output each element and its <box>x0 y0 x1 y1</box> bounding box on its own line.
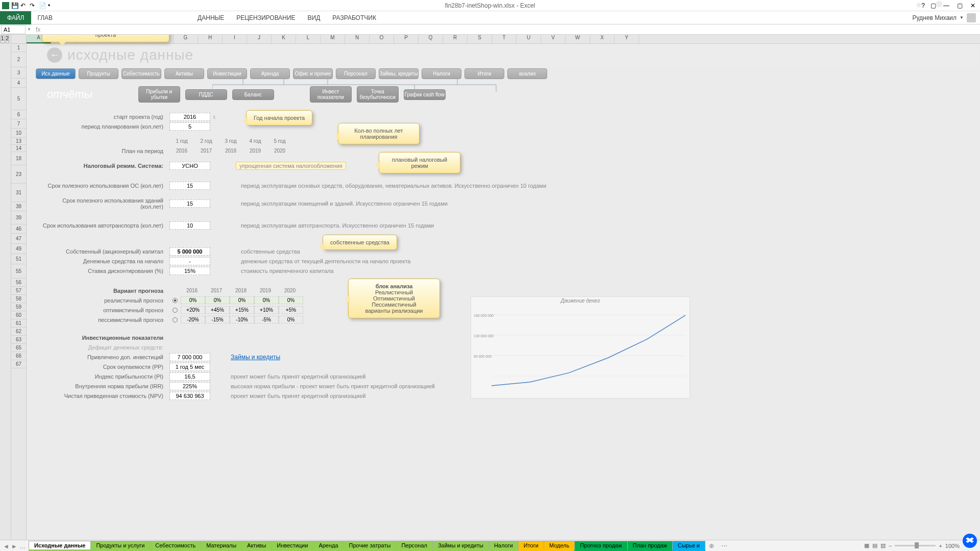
name-box[interactable]: A1 <box>1 25 26 34</box>
nav-btn-7[interactable]: Персонал <box>336 68 376 79</box>
row-hdr-57[interactable]: 57 <box>11 287 26 295</box>
report-btn-balance[interactable]: Баланс <box>232 89 274 100</box>
col-hdr-M[interactable]: M <box>321 35 345 43</box>
view-normal-icon[interactable]: ▦ <box>864 542 869 549</box>
zoom-level[interactable]: 100% <box>945 543 960 549</box>
row-hdr-5[interactable]: 5 <box>11 88 26 110</box>
report-btn-pdds[interactable]: ПДДС <box>185 89 227 100</box>
sheet-tab[interactable]: Прогноз продаж <box>574 541 627 551</box>
radio-optimistic[interactable] <box>173 308 178 313</box>
sheet-tab[interactable]: План продаж <box>627 541 673 551</box>
col-hdr-W[interactable]: W <box>566 35 590 43</box>
row-hdr-61[interactable]: 61 <box>11 319 26 328</box>
input-discount[interactable]: 15% <box>169 267 210 275</box>
view-layout-icon[interactable]: ▤ <box>872 542 877 549</box>
report-btn-invest[interactable]: Инвест показатели <box>310 86 352 103</box>
ribbon-tab-home[interactable]: ГЛАВ <box>31 12 59 24</box>
outline-level-1[interactable]: 1 <box>1 35 5 43</box>
sheet-tab[interactable]: Итоги <box>518 541 544 551</box>
row-hdr-7[interactable]: 7 <box>11 119 26 129</box>
sheet-tab[interactable]: Инвестиции <box>271 541 313 551</box>
row-hdr-3[interactable]: 3 <box>11 67 26 79</box>
sheet-tab[interactable]: Активы <box>241 541 272 551</box>
nav-btn-2[interactable]: Себестоимость <box>121 68 161 79</box>
input-capital[interactable]: 5 000 000 <box>169 247 210 256</box>
nav-btn-11[interactable]: анализ <box>507 68 547 79</box>
link-loans[interactable]: Займы и кредиты <box>231 354 280 361</box>
row-hdr-4[interactable]: 4 <box>11 79 26 88</box>
sheet-tab[interactable]: Исходные данные <box>29 541 91 551</box>
sheet-tab[interactable]: Сырье и <box>672 541 705 551</box>
input-period[interactable]: 5 <box>169 122 210 131</box>
row-hdr-10[interactable]: 10 <box>11 129 26 138</box>
sheet-tab[interactable]: Материалы <box>201 541 242 551</box>
row-hdr-66[interactable]: 66 <box>11 352 26 360</box>
input-cash[interactable]: - <box>169 257 210 265</box>
nav-btn-3[interactable]: Активы <box>164 68 204 79</box>
col-hdr-J[interactable]: J <box>247 35 272 43</box>
zoom-slider[interactable] <box>895 545 936 546</box>
row-hdr-14[interactable]: 14 <box>11 145 26 152</box>
col-hdr-T[interactable]: T <box>492 35 517 43</box>
ribbon-tab-developer[interactable]: РАЗРАБОТЧИК <box>326 12 382 24</box>
ribbon-tab-data[interactable]: ДАННЫЕ <box>191 12 230 24</box>
row-hdr-38[interactable]: 38 <box>11 202 26 211</box>
col-hdr-O[interactable]: O <box>370 35 394 43</box>
report-btn-cashflow[interactable]: График cash flow <box>404 89 446 100</box>
zoom-out-button[interactable]: − <box>889 543 892 549</box>
col-hdr-I[interactable]: I <box>223 35 247 43</box>
row-hdr-23[interactable]: 23 <box>11 165 26 184</box>
input-os[interactable]: 15 <box>169 182 210 190</box>
save-icon[interactable]: 💾 <box>11 2 18 9</box>
nav-btn-5[interactable]: Аренда <box>250 68 290 79</box>
ribbon-tab-review[interactable]: РЕЦЕНЗИРОВАНИЕ <box>230 12 301 24</box>
col-hdr-P[interactable]: P <box>394 35 419 43</box>
report-btn-breakeven[interactable]: Точка безубыточноси <box>357 86 399 103</box>
row-hdr-59[interactable]: 59 <box>11 303 26 311</box>
nav-btn-8[interactable]: Займы, кредиты <box>379 68 419 79</box>
row-hdr-63[interactable]: 63 <box>11 336 26 344</box>
row-hdr-46[interactable]: 46 <box>11 224 26 234</box>
row-hdr-51[interactable]: 51 <box>11 254 26 264</box>
col-hdr-G[interactable]: G <box>174 35 198 43</box>
undo-icon[interactable]: ↶ <box>20 2 28 9</box>
row-hdr-56[interactable]: 56 <box>11 279 26 287</box>
row-hdr-65[interactable]: 65 <box>11 344 26 352</box>
tabs-overflow-icon[interactable]: ⋯ <box>718 542 730 549</box>
nav-btn-9[interactable]: Налоги <box>422 68 461 79</box>
col-hdr-X[interactable]: X <box>590 35 615 43</box>
tab-nav-more[interactable]: … <box>19 543 26 549</box>
dropbox-icon[interactable] <box>963 534 977 548</box>
row-hdr-13[interactable]: 13 <box>11 138 26 145</box>
zoom-in-button[interactable]: + <box>939 543 942 549</box>
col-hdr-L[interactable]: L <box>296 35 321 43</box>
redo-icon[interactable]: ↷ <box>30 2 37 9</box>
sheet-tab[interactable]: Налоги <box>488 541 519 551</box>
sheet-tab[interactable]: Займы и кредиты <box>432 541 489 551</box>
row-hdr-31[interactable]: 31 <box>11 184 26 202</box>
nav-btn-10[interactable]: Итоги <box>464 68 504 79</box>
col-hdr-U[interactable]: U <box>517 35 541 43</box>
col-hdr-S[interactable]: S <box>468 35 492 43</box>
report-btn-pl[interactable]: Прибыли и убытки <box>138 86 180 103</box>
sheet-tab[interactable]: Модель <box>544 541 575 551</box>
nav-btn-4[interactable]: Инвестиции <box>207 68 247 79</box>
qat-icon-1[interactable]: 📄 <box>39 2 46 9</box>
nav-btn-6[interactable]: Офис и прочие <box>293 68 333 79</box>
row-hdr-47[interactable]: 47 <box>11 234 26 244</box>
input-auto[interactable]: 10 <box>169 221 210 230</box>
outline-level-2[interactable]: 2 <box>6 35 10 43</box>
nav-btn-0[interactable]: Исх.данные <box>36 68 76 79</box>
input-start-year[interactable]: 2016 <box>169 113 210 121</box>
tab-nav-prev[interactable]: ◄ <box>3 543 9 549</box>
row-hdr-1[interactable]: 1 <box>11 44 26 52</box>
row-hdr-39[interactable]: 39 <box>11 211 26 224</box>
user-area[interactable]: Руднев Михаил ▼ <box>913 13 980 22</box>
radio-pessimistic[interactable] <box>173 317 178 322</box>
sheet-tab[interactable]: Себестоимость <box>150 541 201 551</box>
row-hdr-62[interactable]: 62 <box>11 328 26 336</box>
fx-icon[interactable]: fx <box>33 26 43 33</box>
row-hdr-60[interactable]: 60 <box>11 311 26 319</box>
sheet-tab[interactable]: Аренда <box>313 541 344 551</box>
qat-icon-2[interactable]: • <box>48 2 55 9</box>
